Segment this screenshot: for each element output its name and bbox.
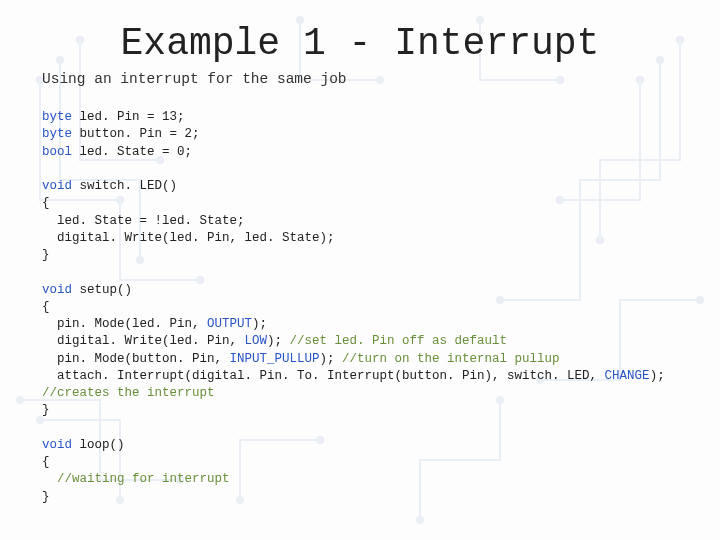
code-text: {: [42, 300, 50, 314]
keyword: void: [42, 283, 72, 297]
keyword: OUTPUT: [207, 317, 252, 331]
comment: //set led. Pin off as default: [290, 334, 508, 348]
keyword: void: [42, 179, 72, 193]
code-text: setup(): [72, 283, 132, 297]
keyword: LOW: [245, 334, 268, 348]
code-text: {: [42, 455, 50, 469]
code-text: led. Pin = 13;: [72, 110, 185, 124]
slide-content: Example 1 - Interrupt Using an interrupt…: [0, 0, 720, 526]
code-text: pin. Mode(button. Pin,: [42, 352, 230, 366]
code-text: );: [267, 334, 290, 348]
code-text: }: [42, 403, 50, 417]
code-text: }: [42, 490, 50, 504]
keyword: INPUT_PULLUP: [230, 352, 320, 366]
comment: //turn on the internal pullup: [342, 352, 560, 366]
code-text: );: [252, 317, 267, 331]
slide-subtitle: Using an interrupt for the same job: [42, 71, 678, 87]
keyword: void: [42, 438, 72, 452]
keyword: CHANGE: [605, 369, 650, 383]
comment: //creates the interrupt: [42, 386, 215, 400]
code-block: byte led. Pin = 13; byte button. Pin = 2…: [42, 109, 678, 506]
code-text: attach. Interrupt(digital. Pin. To. Inte…: [42, 369, 605, 383]
code-text: switch. LED(): [72, 179, 177, 193]
code-text: loop(): [72, 438, 125, 452]
code-text: );: [320, 352, 343, 366]
code-text: );: [650, 369, 673, 383]
code-text: }: [42, 248, 50, 262]
code-text: led. State = !led. State;: [42, 214, 245, 228]
keyword: bool: [42, 145, 72, 159]
code-text: {: [42, 196, 50, 210]
keyword: byte: [42, 127, 72, 141]
code-text: pin. Mode(led. Pin,: [42, 317, 207, 331]
code-text: led. State = 0;: [72, 145, 192, 159]
keyword: byte: [42, 110, 72, 124]
code-text: button. Pin = 2;: [72, 127, 200, 141]
code-text: digital. Write(led. Pin, led. State);: [42, 231, 335, 245]
code-text: digital. Write(led. Pin,: [42, 334, 245, 348]
slide-title: Example 1 - Interrupt: [42, 22, 678, 65]
comment: //waiting for interrupt: [42, 472, 230, 486]
